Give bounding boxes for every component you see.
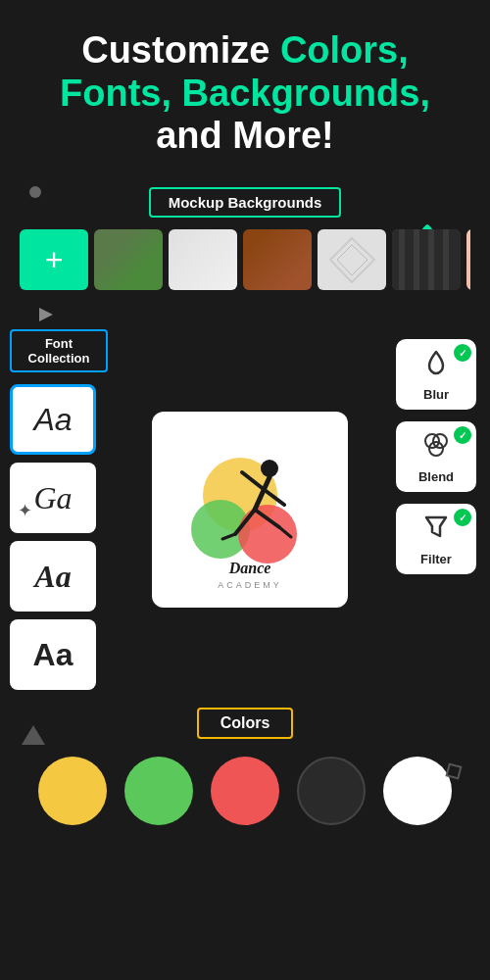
svg-point-22 <box>429 442 443 456</box>
add-background-button[interactable]: + <box>20 229 88 290</box>
filter-check: ✓ <box>454 509 471 526</box>
blur-tool-card[interactable]: ✓ Blur <box>396 339 476 410</box>
deco-dot-1 <box>29 186 41 198</box>
font-card-1[interactable]: Aa <box>10 384 96 455</box>
font-card-3[interactable]: Aa <box>10 541 96 612</box>
blend-label: Blend <box>418 469 454 484</box>
bg-thumb-1[interactable] <box>94 229 163 290</box>
filter-label: Filter <box>420 552 452 566</box>
play-arrow <box>20 300 490 325</box>
blend-icon <box>421 429 451 466</box>
blur-icon <box>421 347 451 383</box>
colors-label: Colors <box>197 708 294 739</box>
font-display-3: Aa <box>34 559 71 595</box>
font-collection-label: Font Collection <box>10 329 108 372</box>
deco-star: ✦ <box>18 500 32 521</box>
logo-box: Dance ACADEMY <box>152 412 348 608</box>
tools-column: ✓ Blur ✓ Blend ✓ <box>392 329 480 690</box>
bg-thumb-6[interactable] <box>466 229 470 290</box>
blur-label: Blur <box>423 387 449 402</box>
hero-colors-text: Colors, <box>280 29 409 71</box>
hero-section: Customize Colors, Fonts, Backgrounds, an… <box>0 0 490 177</box>
bg-thumbnails-row: + <box>20 229 470 294</box>
deco-triangle <box>22 725 45 745</box>
color-swatch-dark[interactable] <box>297 757 366 825</box>
bg-thumb-3[interactable] <box>243 229 312 290</box>
middle-section: Font Collection Aa Ga Aa Aa <box>0 329 490 690</box>
font-card-2[interactable]: Ga <box>10 463 96 533</box>
hero-title: Customize Colors, Fonts, Backgrounds, an… <box>20 29 470 158</box>
colors-section: Colors <box>0 708 490 825</box>
bg-thumb-4[interactable] <box>318 229 386 290</box>
color-swatch-white[interactable] <box>383 757 452 825</box>
svg-marker-23 <box>426 517 446 536</box>
bg-thumb-2[interactable] <box>169 229 237 290</box>
color-swatch-yellow[interactable] <box>38 757 107 825</box>
colors-row <box>0 757 490 825</box>
svg-point-10 <box>261 460 278 477</box>
svg-text:ACADEMY: ACADEMY <box>218 580 282 590</box>
svg-text:Dance: Dance <box>228 560 271 576</box>
svg-marker-0 <box>330 238 374 282</box>
font-display-4: Aa <box>33 637 74 673</box>
color-swatch-red[interactable] <box>211 757 279 825</box>
font-display-1: Aa <box>33 402 72 438</box>
mockup-section: Mockup Backgrounds + <box>20 187 470 294</box>
filter-tool-card[interactable]: ✓ Filter <box>396 504 476 574</box>
filter-icon <box>421 512 451 548</box>
mockup-label: Mockup Backgrounds <box>149 187 342 218</box>
hero-fonts-bg-text: Fonts, Backgrounds, <box>60 73 430 114</box>
hero-more-text: and More! <box>156 115 334 156</box>
dance-logo-svg: Dance ACADEMY <box>162 421 338 598</box>
font-display-2: Ga <box>33 480 72 516</box>
blend-check: ✓ <box>454 426 471 444</box>
bg-thumb-5[interactable] <box>392 229 461 290</box>
logo-center: Dance ACADEMY <box>118 329 382 690</box>
color-swatch-green[interactable] <box>124 757 193 825</box>
blend-tool-card[interactable]: ✓ Blend <box>396 421 476 492</box>
font-card-4[interactable]: Aa <box>10 619 96 690</box>
blur-check: ✓ <box>454 344 471 362</box>
